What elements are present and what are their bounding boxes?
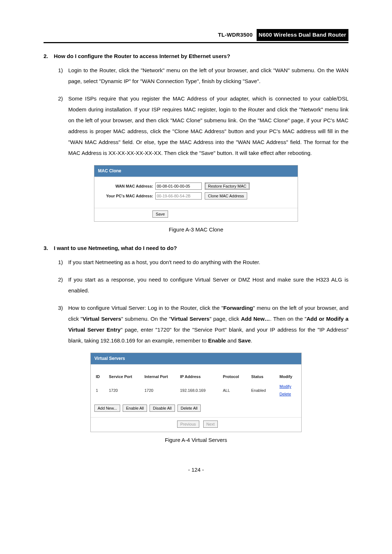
question-3: 3. I want to use Netmeeting, what do I n… xyxy=(44,243,348,346)
q3-i3-text: How to configure Virtual Server: Log in … xyxy=(68,303,348,346)
pc-mac-input xyxy=(155,192,202,200)
vs-h-id: ID xyxy=(94,372,107,381)
vs-h-ip: IP Address xyxy=(179,372,221,381)
q2-i2-text: Some ISPs require that you register the … xyxy=(68,93,348,159)
q3-item-1: 1) If you start Netmeeting as a host, yo… xyxy=(58,257,348,268)
vs-r1-internal-port: 1720 xyxy=(143,381,179,399)
virtual-servers-title: Virtual Servers xyxy=(91,353,301,365)
page-header: TL-WDR3500 N600 Wireless Dual Band Route… xyxy=(44,29,348,43)
vs-r1-status: Enabled xyxy=(250,381,278,399)
pc-mac-label: Your PC's MAC Address: xyxy=(99,192,155,200)
q3-i3-num: 3) xyxy=(58,303,68,346)
q2-i2-num: 2) xyxy=(58,93,68,159)
virtual-servers-table: ID Service Port Internal Port IP Address… xyxy=(94,372,298,399)
vs-h-protocol: Protocol xyxy=(221,372,250,381)
vs-delete-all-button[interactable]: Delete All xyxy=(177,405,201,412)
q3-i1-num: 1) xyxy=(58,257,68,268)
vs-enable-all-button[interactable]: Enable All xyxy=(123,405,147,412)
vs-next-button: Next xyxy=(203,420,218,428)
q3-title: I want to use Netmeeting, what do I need… xyxy=(54,245,177,251)
wan-mac-label: WAN MAC Address: xyxy=(99,182,155,190)
vs-previous-button: Previous xyxy=(177,420,199,428)
wan-mac-input[interactable] xyxy=(155,182,202,190)
clone-mac-address-button[interactable]: Clone MAC Address xyxy=(205,192,247,200)
vs-row-1: 1 1720 1720 192.168.0.169 ALL Enabled Mo… xyxy=(94,381,298,399)
q3-i2-text: If you start as a response, you need to … xyxy=(68,274,348,296)
q2-item-2: 2) Some ISPs require that you register t… xyxy=(58,93,348,159)
q3-num: 3. xyxy=(44,243,52,254)
question-2: 2. How do I configure the Router to acce… xyxy=(44,51,348,159)
vs-r1-ip: 192.168.0.169 xyxy=(179,381,221,399)
vs-r1-modify-link[interactable]: Modify xyxy=(279,384,291,389)
vs-header-row: ID Service Port Internal Port IP Address… xyxy=(94,372,298,381)
vs-r1-id: 1 xyxy=(94,381,107,399)
header-router: N600 Wireless Dual Band Router xyxy=(257,29,348,41)
mac-clone-title: MAC Clone xyxy=(94,165,298,177)
vs-r1-service-port: 1720 xyxy=(107,381,143,399)
vs-h-internal-port: Internal Port xyxy=(143,372,179,381)
vs-r1-delete-link[interactable]: Delete xyxy=(279,392,291,396)
q2-num: 2. xyxy=(44,51,52,62)
vs-h-status: Status xyxy=(250,372,278,381)
q2-i1-text: Login to the Router, click the "Network"… xyxy=(68,65,348,87)
mac-clone-figure: MAC Clone WAN MAC Address: Restore Facto… xyxy=(94,165,298,222)
q3-item-3: 3) How to configure Virtual Server: Log … xyxy=(58,303,348,346)
q2-item-1: 1) Login to the Router, click the "Netwo… xyxy=(58,65,348,87)
mac-clone-caption: Figure A-3 MAC Clone xyxy=(44,225,348,235)
vs-h-service-port: Service Port xyxy=(107,372,143,381)
q2-i1-num: 1) xyxy=(58,65,68,87)
vs-h-modify: Modify xyxy=(278,372,298,381)
q3-i1-text: If you start Netmeeting as a host, you d… xyxy=(68,257,348,268)
page-number: - 124 - xyxy=(44,465,348,475)
q2-title: How do I configure the Router to access … xyxy=(54,53,230,59)
mac-clone-save-button[interactable]: Save xyxy=(152,210,168,218)
vs-disable-all-button[interactable]: Disable All xyxy=(150,405,175,412)
q3-item-2: 2) If you start as a response, you need … xyxy=(58,274,348,296)
virtual-servers-caption: Figure A-4 Virtual Servers xyxy=(44,435,348,446)
vs-add-new-button[interactable]: Add New... xyxy=(94,405,120,412)
header-model: TL-WDR3500 xyxy=(218,30,255,40)
q3-i2-num: 2) xyxy=(58,274,68,296)
virtual-servers-figure: Virtual Servers ID Service Port Internal… xyxy=(90,353,302,432)
vs-r1-protocol: ALL xyxy=(221,381,250,399)
restore-factory-mac-button[interactable]: Restore Factory MAC xyxy=(205,182,250,190)
